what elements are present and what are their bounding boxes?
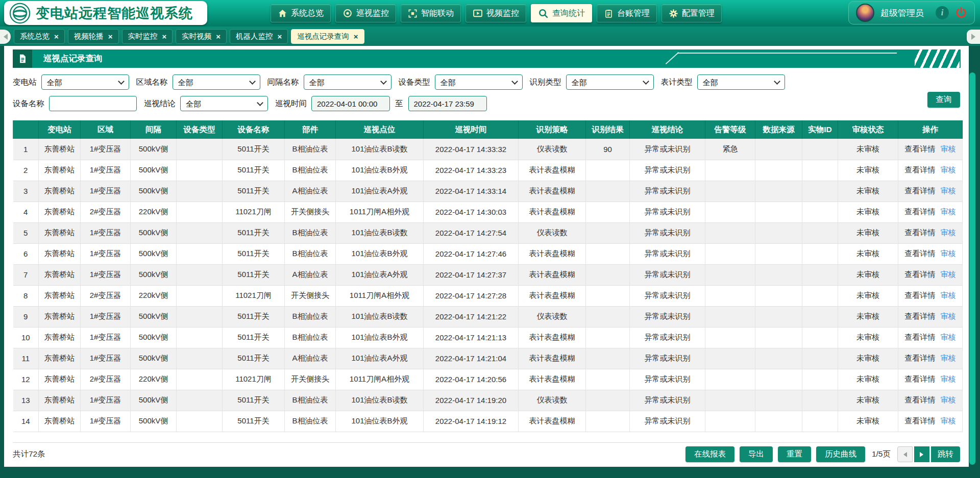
footer-button-4[interactable]: 历史曲线 — [816, 446, 865, 462]
tab-2[interactable]: 视频轮播× — [68, 29, 119, 44]
audit-link[interactable]: 审核 — [941, 374, 956, 383]
table-cell — [586, 243, 630, 264]
view-detail-link[interactable]: 查看详情 — [905, 312, 936, 320]
filter-input-time-to[interactable] — [408, 96, 487, 111]
tab-close-icon[interactable]: × — [54, 33, 59, 40]
filter-select-recog-type[interactable]: 全部 — [566, 74, 654, 90]
footer-button-3[interactable]: 重置 — [778, 446, 811, 462]
audit-link[interactable]: 审核 — [941, 228, 956, 237]
audit-link[interactable]: 审核 — [941, 416, 956, 425]
view-detail-link[interactable]: 查看详情 — [905, 249, 936, 258]
filter-group-time-range: 巡视时间至 — [275, 96, 487, 111]
table-cell: 101油位表B读数 — [336, 139, 424, 160]
filter-select-meter-type[interactable]: 全部 — [697, 74, 785, 90]
avatar — [856, 4, 874, 22]
filter-select-conclusion[interactable]: 全部 — [180, 96, 268, 111]
filter-label-area: 区域名称 — [136, 77, 168, 88]
page-title-bar: 巡视点记录查询 — [13, 49, 961, 68]
filter-input-time-from[interactable] — [311, 96, 390, 111]
table-cell: 500kV侧 — [131, 243, 177, 264]
table-row: 4东善桥站2#变压器220kV侧11021刀闸开关侧接头1011刀闸A相外观20… — [13, 202, 963, 222]
view-detail-link[interactable]: 查看详情 — [905, 165, 936, 174]
nav-button-7[interactable]: 配置管理 — [662, 4, 722, 22]
nav-button-1[interactable]: 系统总览 — [271, 4, 331, 22]
table-cell: 未审核 — [838, 264, 898, 285]
view-detail-link[interactable]: 查看详情 — [905, 291, 936, 299]
table-row: 12东善桥站2#变压器220kV侧11021刀闸开关侧接头1011刀闸A相外观2… — [13, 369, 963, 390]
view-detail-link[interactable]: 查看详情 — [905, 186, 936, 195]
tab-close-icon[interactable]: × — [162, 33, 167, 40]
view-detail-link[interactable]: 查看详情 — [905, 395, 936, 404]
tab-3[interactable]: 实时监控× — [122, 29, 173, 44]
filter-select-bay[interactable]: 全部 — [304, 74, 391, 90]
audit-link[interactable]: 审核 — [941, 333, 956, 341]
arrow-left-icon — [901, 452, 907, 457]
arrow-right-icon — [971, 34, 978, 40]
tab-close-icon[interactable]: × — [108, 33, 113, 40]
power-icon[interactable] — [955, 7, 967, 19]
tab-5[interactable]: 机器人监控× — [230, 29, 288, 44]
table-cell — [705, 264, 755, 285]
nav-button-6[interactable]: 台账管理 — [597, 4, 657, 22]
tab-scroll-right-button[interactable] — [967, 30, 980, 44]
nav-button-2[interactable]: 巡视监控 — [335, 4, 396, 22]
jump-button[interactable]: 跳转 — [931, 446, 960, 462]
filter-input-device-name[interactable] — [49, 96, 137, 111]
audit-link[interactable]: 审核 — [941, 291, 956, 299]
table-cell: 未审核 — [838, 160, 898, 181]
tab-6[interactable]: 巡视点记录查询× — [291, 29, 364, 44]
audit-link[interactable]: 审核 — [941, 354, 956, 362]
column-header: 巡视时间 — [424, 120, 519, 139]
view-detail-link[interactable]: 查看详情 — [905, 144, 936, 153]
audit-link[interactable]: 审核 — [941, 186, 956, 195]
view-detail-link[interactable]: 查看详情 — [905, 228, 936, 237]
nav-button-3[interactable]: 智能联动 — [401, 4, 461, 22]
table-cell: 2022-04-17 14:19:12 — [424, 411, 519, 432]
prev-page-button[interactable] — [897, 446, 913, 462]
view-detail-link[interactable]: 查看详情 — [905, 270, 936, 279]
audit-link[interactable]: 审核 — [941, 144, 956, 153]
nav-label: 配置管理 — [682, 8, 715, 19]
table-cell: 东善桥站 — [39, 181, 81, 202]
footer-button-2[interactable]: 导出 — [740, 446, 773, 462]
footer-button-1[interactable]: 在线报表 — [685, 446, 734, 462]
filter-select-device-type[interactable]: 全部 — [435, 74, 523, 90]
table-cell: 500kV侧 — [131, 160, 177, 181]
view-detail-link[interactable]: 查看详情 — [905, 333, 936, 341]
audit-link[interactable]: 审核 — [941, 395, 956, 404]
table-cell: 1#变压器 — [81, 348, 131, 369]
tab-close-icon[interactable]: × — [354, 33, 358, 40]
tab-close-icon[interactable]: × — [216, 33, 220, 40]
table-cell: 500kV侧 — [131, 181, 177, 202]
table-row: 13东善桥站1#变压器500kV侧5011开关B相油位表101油位表B读数202… — [13, 390, 963, 411]
table-cell — [705, 390, 755, 411]
audit-link[interactable]: 审核 — [941, 270, 956, 279]
vertical-scrollbar[interactable] — [969, 72, 975, 465]
tab-4[interactable]: 实时视频× — [176, 29, 227, 44]
search-button[interactable]: 查询 — [927, 92, 960, 108]
tab-close-icon[interactable]: × — [278, 33, 282, 40]
nav-button-4[interactable]: 视频监控 — [465, 4, 526, 22]
tab-bar: 系统总览×视频轮播×实时监控×实时视频×机器人监控×巡视点记录查询× — [0, 27, 980, 46]
view-detail-link[interactable]: 查看详情 — [905, 354, 936, 362]
view-detail-link[interactable]: 查看详情 — [905, 374, 936, 383]
table-cell: 1011刀闸A相外观 — [336, 202, 424, 222]
nav-button-5[interactable]: 查询统计 — [531, 4, 592, 22]
audit-link[interactable]: 审核 — [941, 165, 956, 174]
view-detail-link[interactable]: 查看详情 — [905, 416, 936, 425]
table-cell: 1 — [13, 139, 39, 160]
next-page-button[interactable] — [914, 446, 929, 462]
view-detail-link[interactable]: 查看详情 — [905, 207, 936, 216]
table-cell: 表计表盘模糊 — [519, 369, 586, 390]
table-cell: 500kV侧 — [131, 306, 177, 327]
table-cell — [586, 348, 630, 369]
info-icon[interactable]: i — [936, 6, 949, 19]
audit-link[interactable]: 审核 — [941, 207, 956, 216]
tab-scroll-left-button[interactable] — [0, 30, 11, 44]
tab-1[interactable]: 系统总览× — [14, 29, 65, 44]
audit-link[interactable]: 审核 — [941, 249, 956, 258]
filter-select-station[interactable]: 全部 — [41, 74, 129, 90]
audit-link[interactable]: 审核 — [941, 312, 956, 320]
table-cell: 14 — [13, 411, 39, 432]
filter-select-area[interactable]: 全部 — [173, 74, 260, 90]
